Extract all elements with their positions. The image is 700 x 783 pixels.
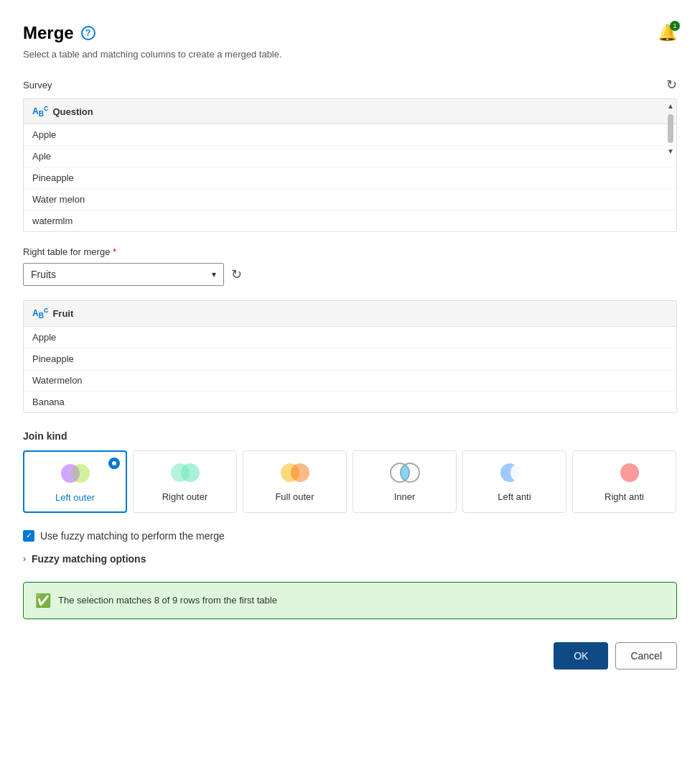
chevron-right-icon: › <box>23 554 26 564</box>
survey-table-body: Apple Aple Pineapple Water melon waterml… <box>24 124 676 231</box>
survey-cell: Apple <box>24 124 117 145</box>
page-header: Merge ? 🔔 1 <box>23 23 677 43</box>
fuzzy-matching-row[interactable]: ✓ Use fuzzy matching to perform the merg… <box>23 530 677 542</box>
join-option-left-anti[interactable]: Left anti <box>462 450 566 513</box>
svg-point-14 <box>620 463 639 482</box>
fruits-cell: Banana <box>24 392 117 412</box>
subtitle: Select a table and matching columns to c… <box>23 49 677 60</box>
ok-button[interactable]: OK <box>554 642 608 670</box>
join-option-label-right-outer: Right outer <box>162 491 208 502</box>
survey-table-header: ABC Question ▲ ▼ <box>24 99 676 124</box>
join-option-label-right-anti: Right anti <box>605 491 644 502</box>
join-option-label-left-anti: Left anti <box>498 491 531 502</box>
svg-point-2 <box>61 464 80 483</box>
join-kind-label: Join kind <box>23 430 677 442</box>
success-icon: ✅ <box>35 593 51 608</box>
required-indicator: * <box>113 246 116 257</box>
table-row[interactable]: Water melon <box>24 189 676 210</box>
help-icon[interactable]: ? <box>81 26 95 40</box>
join-option-inner[interactable]: Inner <box>353 450 457 513</box>
fruits-table-header: ABC Fruit <box>24 301 676 326</box>
table-row[interactable]: Watermelon <box>24 370 676 392</box>
survey-table: ABC Question ▲ ▼ Apple Aple Pineapple Wa… <box>23 98 677 232</box>
fuzzy-options-label: Fuzzy matching options <box>32 553 146 565</box>
table-row[interactable]: Apple <box>24 124 676 146</box>
right-table-dropdown[interactable]: Fruits ▾ <box>23 263 224 286</box>
survey-cell: Pineapple <box>24 167 117 188</box>
fruits-table-body: Apple Pineapple Watermelon Banana <box>24 327 676 412</box>
success-message: ✅ The selection matches 8 of 9 rows from… <box>23 582 677 619</box>
footer-buttons: OK Cancel <box>23 642 677 670</box>
fuzzy-checkbox-label: Use fuzzy matching to perform the merge <box>40 530 225 542</box>
success-text: The selection matches 8 of 9 rows from t… <box>58 595 277 606</box>
table-row[interactable]: Apple <box>24 327 676 348</box>
right-table-section: Right table for merge * Fruits ▾ ↻ <box>23 246 677 286</box>
table-row[interactable]: Aple <box>24 146 676 167</box>
join-option-right-outer[interactable]: Right outer <box>133 450 237 513</box>
right-table-label: Right table for merge * <box>23 246 677 257</box>
notification-badge: 1 <box>670 21 680 31</box>
join-option-full-outer[interactable]: Full outer <box>243 450 347 513</box>
survey-cell: Aple <box>24 146 117 167</box>
join-option-label-left-outer: Left outer <box>55 492 95 503</box>
svg-point-4 <box>181 463 200 482</box>
notification-icon[interactable]: 🔔 1 <box>658 24 677 42</box>
table-row[interactable]: Pineapple <box>24 348 676 370</box>
full-outer-icon <box>277 460 313 486</box>
join-option-left-outer[interactable]: Left outer <box>23 450 127 513</box>
radio-left-outer <box>108 458 120 469</box>
left-anti-icon <box>497 460 533 486</box>
join-options: Left outer Right outer Full outer Inner <box>23 450 677 513</box>
fruits-table: ABC Fruit Apple Pineapple Watermelon Ban… <box>23 300 677 412</box>
fruits-cell: Pineapple <box>24 348 117 369</box>
fuzzy-options-row[interactable]: › Fuzzy matching options <box>23 553 677 565</box>
right-table-refresh-icon[interactable]: ↻ <box>231 267 242 282</box>
fruits-cell: Apple <box>24 327 117 348</box>
ab-icon: ABC <box>32 307 48 320</box>
fuzzy-checkbox[interactable]: ✓ <box>23 530 34 542</box>
join-option-label-inner: Inner <box>394 491 416 502</box>
chevron-down-icon: ▾ <box>212 269 216 279</box>
right-outer-icon <box>167 460 203 486</box>
scroll-up-arrow[interactable]: ▲ <box>664 99 677 113</box>
page-title: Merge <box>23 23 74 43</box>
svg-point-12 <box>510 463 529 482</box>
inner-icon <box>387 460 423 486</box>
cancel-button[interactable]: Cancel <box>615 642 677 670</box>
table-row[interactable]: Pineapple <box>24 167 676 189</box>
survey-refresh-icon[interactable]: ↻ <box>666 77 677 93</box>
join-option-label-full-outer: Full outer <box>275 491 314 502</box>
table-row[interactable]: watermlm <box>24 210 676 231</box>
fruits-cell: Watermelon <box>24 370 117 391</box>
fruits-col-fruit[interactable]: ABC Fruit <box>24 301 117 325</box>
survey-cell: Water melon <box>24 189 117 210</box>
table-row[interactable]: Banana <box>24 392 676 412</box>
svg-point-6 <box>291 463 309 482</box>
join-option-right-anti[interactable]: Right anti <box>572 450 676 513</box>
survey-scrollbar[interactable]: ▲ ▼ <box>665 99 676 124</box>
survey-col-question[interactable]: ABC Question <box>24 99 117 124</box>
survey-cell: watermlm <box>24 210 117 231</box>
survey-section-label: Survey ↻ <box>23 77 677 93</box>
left-outer-icon <box>57 460 93 486</box>
dropdown-wrapper: Fruits ▾ ↻ <box>23 263 677 286</box>
checkbox-check-icon: ✓ <box>26 531 32 540</box>
right-anti-icon <box>607 460 643 486</box>
ab-icon: ABC <box>32 105 48 118</box>
